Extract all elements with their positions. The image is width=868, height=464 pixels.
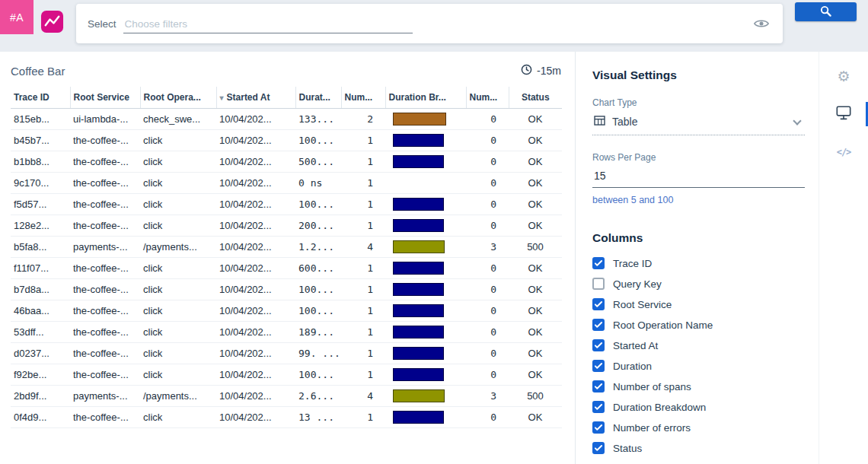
checkbox-checked-icon[interactable] — [592, 360, 605, 372]
cell-status: OK — [509, 194, 562, 215]
col-header-root-opera-2[interactable]: Root Opera... — [140, 87, 216, 109]
cell-num-spans: 1 — [341, 130, 385, 151]
col-header-root-service-1[interactable]: Root Service — [70, 87, 140, 109]
cell-trace-id: d0237... — [11, 343, 70, 364]
checkbox-checked-icon[interactable] — [592, 380, 605, 392]
cell-duration: 133... — [295, 109, 341, 130]
table-row[interactable]: 0f4d9...the-coffee-...click10/04/202...1… — [11, 407, 562, 428]
cell-num-spans: 1 — [341, 258, 385, 279]
col-header-duration-br-6[interactable]: Duration Br... — [385, 87, 466, 109]
settings-rail-button[interactable]: ⚙ — [819, 62, 868, 90]
cell-trace-id: 9c170... — [11, 173, 70, 194]
checkbox-unchecked-icon[interactable] — [592, 278, 605, 290]
column-toggle-number-of-errors[interactable]: Number of errors — [592, 421, 805, 434]
column-toggle-root-operation-name[interactable]: Root Operation Name — [592, 319, 805, 331]
filter-input[interactable] — [123, 14, 413, 33]
cell-duration: 100... — [295, 194, 341, 215]
cell-status: OK — [509, 407, 562, 428]
cell-root-operation: click — [140, 173, 216, 194]
cell-trace-id: f11f07... — [11, 258, 70, 279]
duration-breakdown-bar — [393, 219, 446, 232]
cell-root-operation: click — [140, 322, 216, 343]
cell-duration: 100... — [295, 364, 341, 386]
cell-root-operation: click — [140, 407, 216, 428]
checkbox-checked-icon[interactable] — [592, 401, 605, 413]
cell-duration-breakdown — [385, 343, 466, 364]
cell-status: 500 — [509, 237, 562, 258]
col-header-status-8[interactable]: Status — [509, 87, 562, 109]
checkbox-checked-icon[interactable] — [592, 442, 605, 454]
checkbox-checked-icon[interactable] — [592, 421, 605, 434]
rows-per-page-input[interactable]: 15 — [592, 163, 805, 188]
cell-status: OK — [509, 300, 562, 322]
table-row[interactable]: d0237...the-coffee-...click10/04/202...9… — [11, 343, 562, 364]
table-row[interactable]: 128e2...the-coffee-...click10/04/202...2… — [11, 215, 562, 237]
cell-num-errors: 0 — [466, 194, 509, 215]
cell-trace-id: 128e2... — [11, 215, 70, 237]
cell-num-spans: 1 — [341, 194, 385, 215]
duration-breakdown-bar — [393, 326, 446, 338]
cell-started-at: 10/04/202... — [216, 237, 295, 258]
table-row[interactable]: 9c170...the-coffee-...click10/04/202...0… — [11, 173, 562, 194]
column-toggle-status[interactable]: Status — [592, 442, 805, 454]
column-toggle-label: Root Service — [613, 299, 672, 310]
col-header-label: Root Opera... — [144, 92, 201, 103]
workspace-badge[interactable]: #A — [0, 0, 34, 34]
cell-duration: 189... — [295, 322, 341, 343]
column-toggle-number-of-spans[interactable]: Number of spans — [592, 380, 805, 392]
cell-num-spans: 4 — [341, 237, 385, 258]
column-toggle-label: Started At — [613, 340, 658, 351]
table-row[interactable]: f5d57...the-coffee-...click10/04/202...1… — [11, 194, 562, 215]
filter-select-label: Select — [88, 18, 116, 30]
cell-num-errors: 0 — [466, 109, 509, 130]
search-button[interactable] — [795, 2, 857, 21]
checkbox-checked-icon[interactable] — [592, 319, 605, 331]
table-row[interactable]: 815eb...ui-lambda-...check_swe...10/04/2… — [11, 109, 562, 130]
time-range-control[interactable]: -15m — [521, 64, 561, 78]
cell-duration: 13 ... — [295, 407, 341, 428]
time-range-label: -15m — [537, 65, 561, 77]
table-row[interactable]: 53dff...the-coffee-...click10/04/202...1… — [11, 322, 562, 343]
col-header-label: Trace ID — [14, 92, 49, 103]
table-row[interactable]: b1bb8...the-coffee-...click10/04/202...5… — [11, 151, 562, 173]
columns-checkbox-list: Trace IDQuery KeyRoot ServiceRoot Operat… — [592, 257, 805, 454]
table-row[interactable]: 46baa...the-coffee-...click10/04/202...1… — [11, 300, 562, 322]
table-row[interactable]: b5fa8...payments-.../payments...10/04/20… — [11, 237, 562, 258]
visual-settings-heading: Visual Settings — [592, 68, 805, 82]
col-header-num-5[interactable]: Num... — [341, 87, 385, 109]
duration-breakdown-bar — [393, 411, 446, 424]
eye-icon[interactable] — [754, 18, 769, 29]
col-header-trace-id-0[interactable]: Trace ID — [11, 87, 70, 109]
visual-view-rail-button[interactable] — [819, 100, 868, 128]
cell-started-at: 10/04/202... — [216, 386, 295, 407]
cell-trace-id: f5d57... — [11, 194, 70, 215]
column-toggle-query-key[interactable]: Query Key — [592, 278, 805, 290]
column-toggle-duration[interactable]: Duration — [592, 360, 805, 372]
brand-logo-icon[interactable] — [40, 10, 64, 33]
checkbox-checked-icon[interactable] — [592, 339, 605, 351]
code-view-rail-button[interactable]: </> — [819, 138, 868, 166]
chart-type-select[interactable]: Table — [592, 108, 805, 135]
col-header-started-at-3[interactable]: ▾Started At — [216, 87, 295, 109]
table-row[interactable]: f11f07...the-coffee-...click10/04/202...… — [11, 258, 562, 279]
col-header-num-7[interactable]: Num... — [466, 87, 509, 109]
cell-num-spans: 1 — [341, 173, 385, 194]
column-toggle-duration-breakdown[interactable]: Duration Breakdown — [592, 401, 805, 413]
checkbox-checked-icon[interactable] — [592, 257, 605, 269]
table-row[interactable]: b7d8a...the-coffee-...click10/04/202...1… — [11, 279, 562, 300]
col-header-durat-4[interactable]: Durat... — [295, 87, 341, 109]
cell-duration: 500... — [295, 151, 341, 173]
cell-root-service: the-coffee-... — [70, 151, 140, 173]
column-toggle-started-at[interactable]: Started At — [592, 339, 805, 351]
table-row[interactable]: f92be...the-coffee-...click10/04/202...1… — [11, 364, 562, 386]
column-toggle-trace-id[interactable]: Trace ID — [592, 257, 805, 269]
column-toggle-root-service[interactable]: Root Service — [592, 298, 805, 310]
table-row[interactable]: 2bd9f...payments-.../payments...10/04/20… — [11, 386, 562, 407]
cell-root-service: the-coffee-... — [70, 173, 140, 194]
checkbox-checked-icon[interactable] — [592, 298, 605, 310]
cell-status: OK — [509, 343, 562, 364]
cell-status: OK — [509, 364, 562, 386]
panel-header: Coffee Bar -15m — [0, 52, 575, 87]
table-row[interactable]: b45b7...the-coffee-...click10/04/202...1… — [11, 130, 562, 151]
cell-duration: 1.2... — [295, 237, 341, 258]
